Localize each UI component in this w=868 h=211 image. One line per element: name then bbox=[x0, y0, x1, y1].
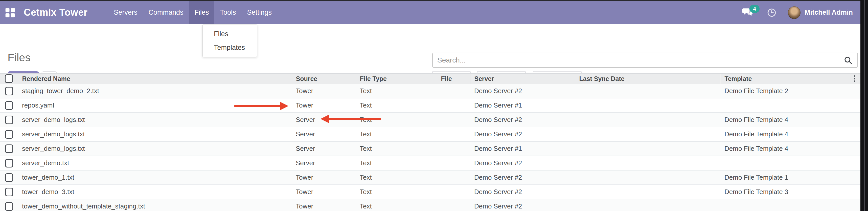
cell-server: Demo Server #1 bbox=[470, 142, 575, 156]
cell-server: Demo Server #2 bbox=[470, 113, 575, 127]
cell-server: Demo Server #1 bbox=[470, 98, 575, 113]
cell-file-type: Text bbox=[355, 98, 437, 113]
row-checkbox[interactable] bbox=[5, 87, 13, 95]
activities-button[interactable] bbox=[767, 8, 776, 17]
cell-rendered-name: tower_demo_1.txt bbox=[18, 170, 292, 185]
cell-rendered-name: server_demo_logs.txt bbox=[18, 113, 292, 127]
cell-last-sync-date bbox=[575, 98, 720, 113]
vertical-dots-icon bbox=[854, 78, 855, 80]
table-row[interactable]: repos.yamlTowerTextDemo Server #1 bbox=[0, 98, 860, 113]
cell-file-type: Text bbox=[355, 84, 437, 98]
column-header-server[interactable]: Server bbox=[470, 73, 575, 84]
cell-rendered-name: tower_demo_3.txt bbox=[18, 185, 292, 199]
cell-template: Demo File Template 2 bbox=[720, 84, 860, 98]
files-table: Rendered Name Source File Type File Serv… bbox=[0, 73, 860, 211]
cell-file-type: Text bbox=[355, 185, 437, 199]
table-row[interactable]: server_demo.txtServerTextDemo Server #2 bbox=[0, 156, 860, 170]
cell-file bbox=[437, 113, 470, 127]
cell-file-type: Text bbox=[355, 156, 437, 170]
vertical-dots-icon bbox=[854, 76, 855, 77]
cell-file bbox=[437, 98, 470, 113]
column-header-file[interactable]: File bbox=[437, 73, 470, 84]
main-menu: Servers Commands Files Tools Settings bbox=[108, 1, 277, 24]
cell-source: Server bbox=[292, 142, 355, 156]
table-row[interactable]: server_demo_logs.txtServerTextDemo Serve… bbox=[0, 142, 860, 156]
row-checkbox[interactable] bbox=[5, 116, 13, 124]
cell-last-sync-date bbox=[575, 199, 720, 211]
row-checkbox[interactable] bbox=[5, 202, 13, 211]
window-top-edge bbox=[0, 0, 868, 1]
dropdown-item-files[interactable]: Files bbox=[203, 27, 257, 41]
cell-server: Demo Server #2 bbox=[470, 170, 575, 185]
cell-source: Tower bbox=[292, 98, 355, 113]
search-input[interactable] bbox=[433, 56, 841, 64]
cell-template: Demo File Template 3 bbox=[720, 185, 860, 199]
row-select-cell bbox=[0, 84, 18, 98]
cell-file-type: Text bbox=[355, 127, 437, 142]
breadcrumb-page-title: Files bbox=[8, 51, 31, 64]
cell-source: Tower bbox=[292, 84, 355, 98]
cell-last-sync-date bbox=[575, 142, 720, 156]
cell-last-sync-date bbox=[575, 156, 720, 170]
cell-source: Server bbox=[292, 156, 355, 170]
menu-item-commands[interactable]: Commands bbox=[143, 1, 189, 24]
dropdown-item-templates[interactable]: Templates bbox=[203, 41, 257, 54]
optional-columns-toggle[interactable] bbox=[851, 74, 858, 83]
table-row[interactable]: tower_demo_1.txtTowerTextDemo Server #2D… bbox=[0, 170, 860, 185]
window-right-edge bbox=[860, 0, 868, 211]
menu-item-tools[interactable]: Tools bbox=[214, 1, 241, 24]
cell-server: Demo Server #2 bbox=[470, 199, 575, 211]
row-checkbox[interactable] bbox=[5, 188, 13, 196]
search-submit[interactable] bbox=[841, 56, 857, 64]
table-header-row: Rendered Name Source File Type File Serv… bbox=[0, 73, 860, 84]
annotation-arrow-left bbox=[320, 115, 381, 123]
cell-file bbox=[437, 127, 470, 142]
table-row[interactable]: tower_demo_without_template_staging.txtT… bbox=[0, 199, 860, 211]
cell-rendered-name: tower_demo_without_template_staging.txt bbox=[18, 199, 292, 211]
cell-last-sync-date bbox=[575, 185, 720, 199]
top-navbar: Cetmix Tower Servers Commands Files Tool… bbox=[0, 1, 860, 24]
table-row[interactable]: staging_tower_demo_2.txtTowerTextDemo Se… bbox=[0, 84, 860, 98]
column-header-file-type[interactable]: File Type bbox=[355, 73, 437, 84]
row-checkbox[interactable] bbox=[5, 173, 13, 182]
cell-template bbox=[720, 156, 860, 170]
menu-item-settings[interactable]: Settings bbox=[241, 1, 277, 24]
cell-file bbox=[437, 84, 470, 98]
row-select-cell bbox=[0, 199, 18, 211]
user-avatar[interactable] bbox=[788, 6, 801, 19]
select-all-checkbox[interactable] bbox=[5, 74, 13, 83]
user-menu[interactable]: Mitchell Admin bbox=[805, 9, 853, 17]
cell-file bbox=[437, 142, 470, 156]
row-checkbox[interactable] bbox=[5, 101, 13, 110]
cell-file-type: Text bbox=[355, 199, 437, 211]
row-select-cell bbox=[0, 113, 18, 127]
cell-source: Tower bbox=[292, 170, 355, 185]
cell-template bbox=[720, 98, 860, 113]
column-header-last-sync-date[interactable]: Last Sync Date bbox=[575, 73, 720, 84]
clock-icon bbox=[767, 8, 776, 17]
annotation-arrow-right bbox=[234, 102, 288, 110]
cell-file bbox=[437, 156, 470, 170]
row-checkbox[interactable] bbox=[5, 145, 13, 153]
row-checkbox[interactable] bbox=[5, 130, 13, 139]
column-header-source[interactable]: Source bbox=[292, 73, 355, 84]
column-header-rendered-name[interactable]: Rendered Name bbox=[18, 73, 292, 84]
cell-rendered-name: server_demo.txt bbox=[18, 156, 292, 170]
messages-button[interactable]: 4 bbox=[742, 8, 753, 18]
column-header-template[interactable]: Template bbox=[720, 73, 860, 84]
table-row[interactable]: tower_demo_3.txtTowerTextDemo Server #2D… bbox=[0, 185, 860, 199]
table-body: staging_tower_demo_2.txtTowerTextDemo Se… bbox=[0, 84, 860, 211]
table-row[interactable]: server_demo_logs.txtServerTextDemo Serve… bbox=[0, 127, 860, 142]
files-menu-dropdown: Files Templates bbox=[203, 25, 257, 57]
cell-source: Server bbox=[292, 127, 355, 142]
cell-template: Demo File Template 4 bbox=[720, 142, 860, 156]
cell-template: Demo File Template 4 bbox=[720, 113, 860, 127]
table-row[interactable]: server_demo_logs.txtServerTextDemo Serve… bbox=[0, 113, 860, 127]
apps-menu-button[interactable] bbox=[0, 1, 15, 24]
cell-last-sync-date bbox=[575, 170, 720, 185]
vertical-dots-icon bbox=[854, 81, 855, 82]
row-checkbox[interactable] bbox=[5, 159, 13, 168]
menu-item-files[interactable]: Files bbox=[189, 1, 214, 24]
menu-item-servers[interactable]: Servers bbox=[108, 1, 143, 24]
cell-file-type: Text bbox=[355, 170, 437, 185]
